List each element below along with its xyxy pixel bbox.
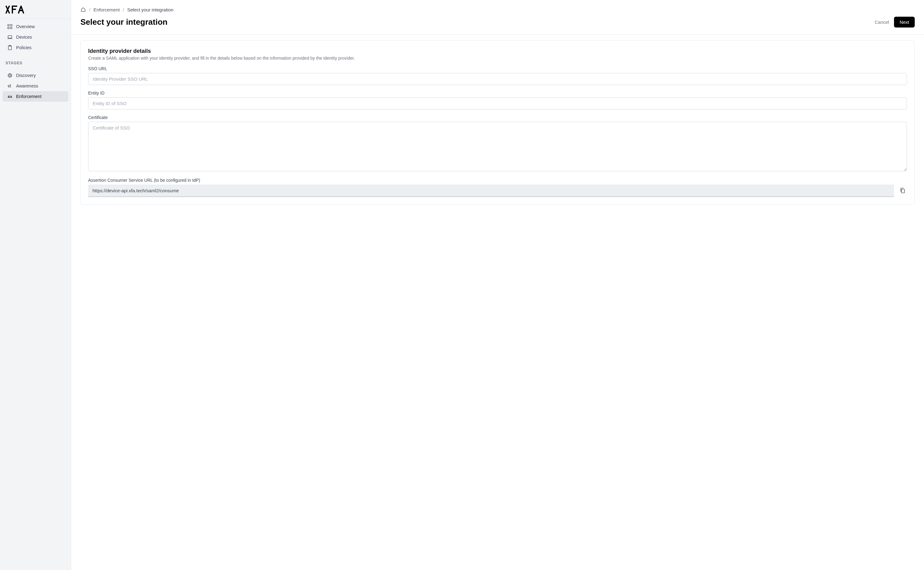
header-divider: [71, 34, 924, 35]
breadcrumb-separator: /: [89, 7, 90, 12]
nav-policies[interactable]: Policies: [3, 42, 68, 53]
svg-point-7: [8, 74, 12, 77]
svg-rect-1: [11, 25, 12, 26]
brand-logo: [6, 5, 65, 14]
nav-enforcement[interactable]: Enforcement: [3, 91, 68, 102]
nav-label: Discovery: [16, 73, 36, 78]
cancel-button[interactable]: Cancel: [875, 20, 889, 25]
svg-rect-0: [8, 25, 9, 26]
nav-label: Awareness: [16, 83, 38, 89]
nav-devices[interactable]: Devices: [3, 32, 68, 42]
topbar: / Enforcement / Select your integration …: [71, 0, 924, 34]
idp-details-card: Identity provider details Create a SAML …: [80, 40, 915, 205]
sso-url-input[interactable]: [88, 73, 907, 85]
breadcrumb: / Enforcement / Select your integration: [80, 7, 915, 12]
svg-rect-2: [8, 27, 9, 29]
nav-label: Devices: [16, 35, 32, 40]
next-button[interactable]: Next: [894, 17, 915, 28]
svg-rect-3: [11, 27, 12, 29]
grid-icon: [8, 24, 12, 29]
nav-stages-heading: STAGES: [0, 55, 71, 68]
svg-rect-9: [901, 189, 904, 193]
svg-point-8: [9, 75, 11, 77]
logo-area: [0, 0, 71, 19]
sso-url-label: SSO URL: [88, 66, 907, 71]
svg-rect-4: [8, 35, 12, 38]
nav-awareness[interactable]: Awareness: [3, 81, 68, 91]
home-icon[interactable]: [80, 7, 86, 12]
clipboard-icon: [8, 45, 12, 50]
breadcrumb-current: Select your integration: [127, 7, 173, 12]
nav-label: Enforcement: [16, 94, 41, 99]
certificate-label: Certificate: [88, 115, 907, 120]
main-content: / Enforcement / Select your integration …: [71, 0, 924, 570]
megaphone-icon: [8, 83, 12, 89]
barrier-icon: [8, 94, 12, 99]
nav-stages: Discovery Awareness Enforcement: [0, 68, 71, 104]
nav-overview[interactable]: Overview: [3, 21, 68, 32]
acs-url-value[interactable]: [88, 185, 894, 197]
copy-button[interactable]: [898, 185, 907, 197]
nav-discovery[interactable]: Discovery: [3, 70, 68, 81]
laptop-icon: [8, 35, 12, 40]
nav-label: Overview: [16, 24, 35, 29]
copy-icon: [899, 187, 906, 195]
card-title: Identity provider details: [88, 48, 907, 54]
nav-label: Policies: [16, 45, 32, 50]
title-actions: Cancel Next: [875, 17, 915, 28]
entity-id-label: Entity ID: [88, 90, 907, 95]
target-icon: [8, 73, 12, 78]
breadcrumb-separator: /: [123, 7, 124, 12]
certificate-input[interactable]: [88, 122, 907, 171]
breadcrumb-enforcement[interactable]: Enforcement: [94, 7, 120, 12]
entity-id-input[interactable]: [88, 97, 907, 109]
sidebar: Overview Devices Policies STAGES: [0, 0, 71, 570]
nav-main: Overview Devices Policies: [0, 19, 71, 55]
card-subtitle: Create a SAML application with your iden…: [88, 56, 907, 61]
acs-url-label: Assertion Consumer Service URL (to be co…: [88, 178, 907, 183]
page-title: Select your integration: [80, 17, 167, 27]
